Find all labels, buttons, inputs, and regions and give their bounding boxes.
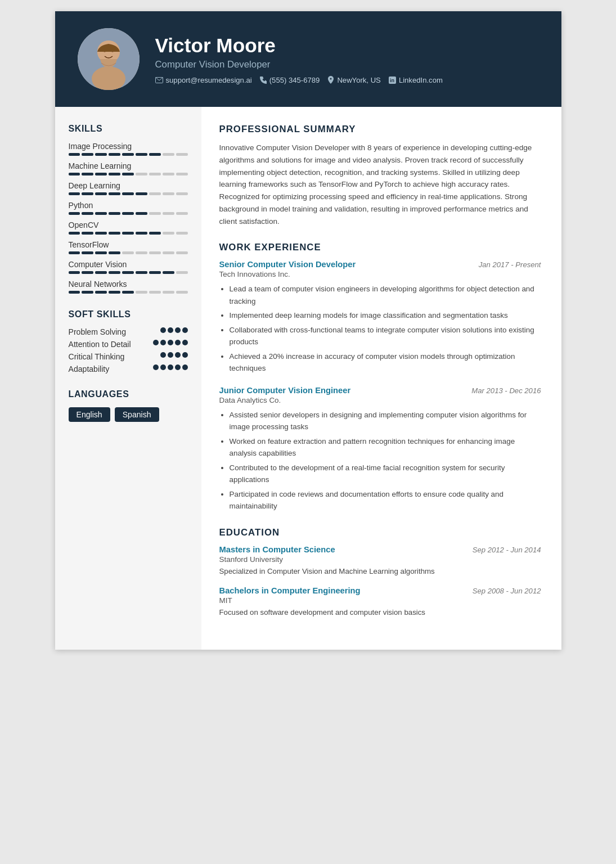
bar-segment-filled bbox=[82, 153, 93, 156]
dot bbox=[160, 340, 166, 345]
edu-date: Sep 2012 - Jun 2014 bbox=[473, 546, 541, 554]
skill-item: OpenCV bbox=[69, 220, 188, 235]
job-bullets: Assisted senior developers in designing … bbox=[219, 409, 541, 512]
right-column: PROFESSIONAL SUMMARY Innovative Computer… bbox=[201, 107, 561, 650]
job-company: Data Analytics Co. bbox=[219, 396, 541, 404]
resume-header: Victor Moore Computer Vision Developer s… bbox=[55, 11, 561, 107]
contact-phone: (555) 345-6789 bbox=[260, 76, 320, 84]
dot bbox=[160, 352, 166, 358]
bar-segment-empty bbox=[136, 173, 147, 176]
bullet-item: Participated in code reviews and documen… bbox=[230, 488, 541, 512]
avatar bbox=[78, 28, 140, 90]
languages-section: LANGUAGES EnglishSpanish bbox=[69, 389, 188, 422]
edu-header: Masters in Computer Science Sep 2012 - J… bbox=[219, 545, 541, 554]
skill-name: Image Processing bbox=[69, 142, 188, 151]
skill-name: Python bbox=[69, 201, 188, 210]
soft-skill-item: Problem Solving bbox=[69, 327, 188, 336]
job-company: Tech Innovations Inc. bbox=[219, 270, 541, 278]
skill-item: Python bbox=[69, 201, 188, 215]
bar-segment-empty bbox=[149, 251, 161, 254]
skills-list: Image ProcessingMachine LearningDeep Lea… bbox=[69, 142, 188, 294]
bar-segment-filled bbox=[69, 291, 80, 294]
bar-segment-filled bbox=[122, 153, 134, 156]
bar-segment-filled bbox=[82, 232, 93, 235]
edu-degree: Masters in Computer Science bbox=[219, 545, 335, 554]
bar-segment-empty bbox=[176, 153, 188, 156]
bar-segment-filled bbox=[109, 173, 120, 176]
dot bbox=[182, 327, 188, 333]
contact-email: support@resumedesign.ai bbox=[155, 76, 252, 84]
bar-segment-filled bbox=[136, 232, 147, 235]
bar-segment-filled bbox=[136, 212, 147, 215]
education-section: EDUCATION Masters in Computer Science Se… bbox=[219, 527, 541, 618]
skills-title: SKILLS bbox=[69, 124, 188, 134]
dot bbox=[160, 364, 166, 370]
resume-container: Victor Moore Computer Vision Developer s… bbox=[55, 11, 561, 650]
dot bbox=[175, 364, 181, 370]
bar-segment-empty bbox=[176, 271, 188, 274]
bar-segment-filled bbox=[69, 192, 80, 195]
skill-name: Neural Networks bbox=[69, 280, 188, 289]
language-tags: EnglishSpanish bbox=[69, 407, 188, 422]
bar-segment-empty bbox=[163, 251, 174, 254]
dot bbox=[153, 340, 159, 345]
soft-skill-dots bbox=[153, 340, 188, 345]
job-title-text: Senior Computer Vision Developer bbox=[219, 260, 356, 269]
bar-segment-filled bbox=[109, 251, 120, 254]
bar-segment-filled bbox=[136, 192, 147, 195]
soft-skill-name: Adaptability bbox=[69, 364, 147, 374]
edu-school: Stanford University bbox=[219, 555, 541, 564]
job-title-text: Junior Computer Vision Engineer bbox=[219, 386, 351, 395]
skill-name: Deep Learning bbox=[69, 181, 188, 190]
skill-name: TensorFlow bbox=[69, 240, 188, 249]
bar-segment-filled bbox=[95, 192, 107, 195]
skill-bar bbox=[69, 192, 188, 195]
bar-segment-filled bbox=[82, 212, 93, 215]
skill-bar bbox=[69, 153, 188, 156]
soft-skill-item: Adaptability bbox=[69, 364, 188, 374]
svg-text:in: in bbox=[390, 78, 394, 83]
education-item: Bachelors in Computer Engineering Sep 20… bbox=[219, 586, 541, 618]
edu-desc: Specialized in Computer Vision and Machi… bbox=[219, 566, 541, 577]
location-icon bbox=[327, 76, 334, 84]
bar-segment-empty bbox=[163, 232, 174, 235]
bar-segment-filled bbox=[122, 192, 134, 195]
dot bbox=[168, 327, 173, 333]
bar-segment-filled bbox=[109, 153, 120, 156]
bar-segment-filled bbox=[122, 271, 134, 274]
summary-section: PROFESSIONAL SUMMARY Innovative Computer… bbox=[219, 124, 541, 227]
bar-segment-empty bbox=[136, 291, 147, 294]
bar-segment-filled bbox=[109, 291, 120, 294]
bar-segment-empty bbox=[163, 173, 174, 176]
bar-segment-filled bbox=[95, 212, 107, 215]
edu-school: MIT bbox=[219, 596, 541, 605]
linkedin-icon: in bbox=[389, 76, 396, 84]
bar-segment-empty bbox=[176, 291, 188, 294]
jobs-list: Senior Computer Vision Developer Jan 201… bbox=[219, 260, 541, 512]
language-tag: Spanish bbox=[115, 407, 159, 422]
phone-icon bbox=[260, 76, 267, 84]
bullet-item: Assisted senior developers in designing … bbox=[230, 409, 541, 433]
bar-segment-filled bbox=[82, 192, 93, 195]
soft-skill-dots bbox=[160, 352, 188, 358]
bar-segment-filled bbox=[109, 192, 120, 195]
skill-item: Machine Learning bbox=[69, 161, 188, 176]
skill-bar bbox=[69, 271, 188, 274]
contact-location: NewYork, US bbox=[327, 76, 380, 84]
bar-segment-empty bbox=[176, 212, 188, 215]
skill-bar bbox=[69, 212, 188, 215]
bar-segment-empty bbox=[163, 192, 174, 195]
bar-segment-empty bbox=[176, 192, 188, 195]
dot bbox=[182, 352, 188, 358]
bar-segment-empty bbox=[176, 173, 188, 176]
bar-segment-filled bbox=[136, 271, 147, 274]
bar-segment-empty bbox=[176, 251, 188, 254]
bar-segment-filled bbox=[95, 153, 107, 156]
work-title: WORK EXPERIENCE bbox=[219, 242, 541, 253]
bar-segment-filled bbox=[109, 212, 120, 215]
dot bbox=[175, 327, 181, 333]
soft-skill-dots bbox=[153, 364, 188, 370]
bar-segment-filled bbox=[82, 251, 93, 254]
bar-segment-empty bbox=[163, 291, 174, 294]
bar-segment-empty bbox=[136, 251, 147, 254]
